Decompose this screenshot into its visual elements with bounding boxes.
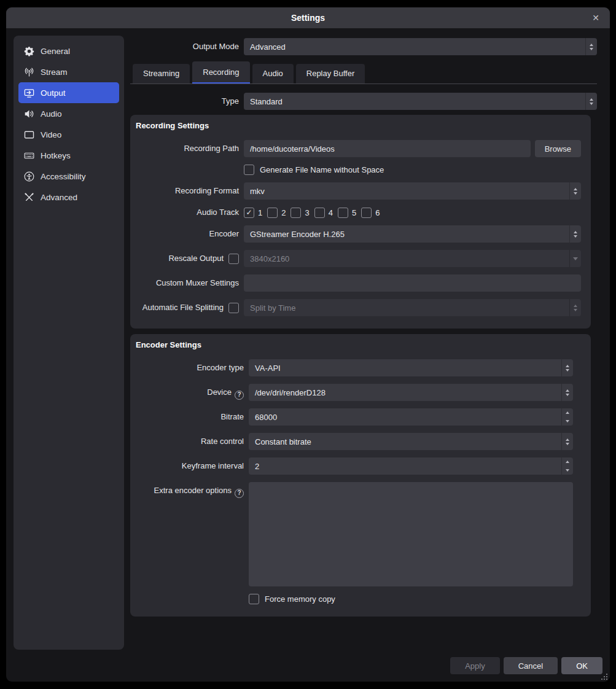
- recording-format-select[interactable]: mkv: [244, 182, 581, 200]
- file-splitting-checkbox[interactable]: ✓: [228, 303, 239, 313]
- recording-format-value: mkv: [244, 187, 569, 196]
- audio-track-5-checkbox[interactable]: ✓: [338, 208, 348, 218]
- force-memory-row: ✓ Force memory copy: [130, 594, 586, 604]
- spinner-arrows-icon[interactable]: [561, 408, 573, 426]
- resize-grip[interactable]: [600, 672, 608, 680]
- stream-icon: [24, 67, 34, 77]
- sidebar-item-hotkeys[interactable]: Hotkeys: [18, 145, 119, 166]
- recording-path-input[interactable]: [244, 140, 531, 157]
- spinner-arrows-icon[interactable]: [561, 359, 573, 376]
- browse-button[interactable]: Browse: [535, 140, 581, 157]
- sidebar-item-label: General: [41, 47, 70, 56]
- encoder-select[interactable]: GStreamer Encoder H.265: [244, 225, 581, 243]
- force-memory-checkbox[interactable]: ✓: [249, 594, 259, 604]
- accessibility-icon: [24, 171, 34, 182]
- sidebar-item-label: Hotkeys: [41, 151, 71, 160]
- audio-track-2: ✓ 2: [267, 208, 286, 218]
- output-mode-row: Output Mode Advanced: [130, 38, 597, 55]
- rate-control-select[interactable]: Constant bitrate: [249, 433, 573, 450]
- encoder-settings-title: Encoder Settings: [136, 340, 586, 349]
- output-mode-select[interactable]: Advanced: [244, 38, 597, 55]
- spinner-arrows-icon[interactable]: [569, 299, 581, 316]
- spinner-arrows-icon[interactable]: [569, 182, 581, 200]
- spinner-arrows-icon[interactable]: [561, 457, 573, 475]
- ok-button[interactable]: OK: [561, 657, 602, 674]
- chevron-down-icon[interactable]: [569, 250, 581, 267]
- spinner-arrows-icon[interactable]: [585, 38, 597, 55]
- spinner-arrows-icon[interactable]: [561, 433, 573, 450]
- no-space-row: ✓ Generate File Name without Space: [130, 165, 586, 175]
- force-memory-checkbox-label: Force memory copy: [265, 594, 335, 604]
- sidebar-item-video[interactable]: Video: [18, 124, 119, 145]
- sidebar-item-label: Accessibility: [41, 172, 86, 181]
- audio-track-6-label: 6: [375, 208, 380, 217]
- type-row: Type Standard: [130, 93, 597, 110]
- encoder-type-select[interactable]: VA-API: [249, 359, 573, 376]
- tab-streaming[interactable]: Streaming: [133, 64, 190, 84]
- audio-track-4-checkbox[interactable]: ✓: [314, 208, 325, 218]
- tab-recording[interactable]: Recording: [192, 61, 249, 84]
- file-splitting-label: Automatic File Splitting: [130, 299, 228, 316]
- sidebar-item-advanced[interactable]: Advanced: [18, 187, 119, 208]
- audio-track-6-checkbox[interactable]: ✓: [361, 208, 372, 218]
- audio-track-4-label: 4: [329, 208, 333, 217]
- rate-control-value: Constant bitrate: [249, 437, 561, 446]
- audio-track-1: ✓ 1: [244, 208, 262, 218]
- audio-track-row: Audio Track ✓ 1 ✓ 2 ✓ 3: [130, 207, 586, 218]
- help-icon[interactable]: ?: [235, 489, 244, 498]
- file-splitting-select[interactable]: Split by Time: [244, 299, 581, 316]
- sidebar-item-stream[interactable]: Stream: [18, 61, 119, 82]
- apply-button[interactable]: Apply: [450, 657, 500, 674]
- rescale-output-value: 3840x2160: [244, 254, 569, 263]
- cancel-button[interactable]: Cancel: [504, 657, 558, 674]
- audio-track-3-checkbox[interactable]: ✓: [290, 208, 301, 218]
- extra-options-row: Extra encoder options?: [130, 482, 586, 586]
- encoder-row: Encoder GStreamer Encoder H.265: [130, 225, 586, 243]
- close-icon: ✕: [592, 13, 599, 23]
- sidebar-item-label: Advanced: [41, 193, 77, 202]
- dialog-footer: Apply Cancel OK: [450, 657, 602, 674]
- gear-icon: [24, 46, 34, 56]
- tab-replay-buffer[interactable]: Replay Buffer: [296, 64, 365, 84]
- recording-settings-panel: Recording Settings Recording Path Browse…: [130, 115, 591, 329]
- sidebar: General Stream Output Audio Video Hotkey…: [14, 36, 124, 650]
- sidebar-item-accessibility[interactable]: Accessibility: [18, 166, 119, 187]
- device-label: Device?: [130, 384, 249, 401]
- type-select[interactable]: Standard: [244, 93, 597, 110]
- audio-track-2-checkbox[interactable]: ✓: [267, 208, 278, 218]
- audio-track-1-checkbox[interactable]: ✓: [244, 208, 254, 218]
- keyframe-interval-label: Keyframe interval: [130, 457, 249, 475]
- sidebar-item-output[interactable]: Output: [18, 82, 119, 103]
- bitrate-spinbox[interactable]: [249, 408, 573, 426]
- type-label: Type: [130, 93, 244, 110]
- audio-track-3: ✓ 3: [290, 208, 309, 218]
- bitrate-input[interactable]: [249, 408, 561, 426]
- device-value: /dev/dri/renderD128: [249, 388, 561, 397]
- keyframe-interval-spinbox[interactable]: [249, 457, 573, 475]
- rescale-output-select[interactable]: 3840x2160: [244, 250, 581, 267]
- audio-track-6: ✓ 6: [361, 208, 380, 218]
- spinner-arrows-icon[interactable]: [585, 93, 597, 110]
- help-icon[interactable]: ?: [235, 391, 244, 400]
- close-button[interactable]: ✕: [587, 7, 605, 28]
- spinner-arrows-icon[interactable]: [561, 384, 573, 401]
- spinner-arrows-icon[interactable]: [569, 225, 581, 243]
- rescale-output-checkbox[interactable]: ✓: [228, 254, 239, 264]
- recording-format-label: Recording Format: [130, 182, 244, 200]
- keyframe-interval-input[interactable]: [249, 457, 561, 475]
- sidebar-item-audio[interactable]: Audio: [18, 103, 119, 124]
- tab-audio[interactable]: Audio: [252, 64, 294, 84]
- audio-track-label: Audio Track: [130, 207, 244, 218]
- custom-muxer-input[interactable]: [244, 274, 581, 292]
- output-icon: [24, 88, 34, 98]
- custom-muxer-label: Custom Muxer Settings: [130, 274, 244, 292]
- titlebar[interactable]: Settings ✕: [6, 7, 610, 28]
- extra-options-input[interactable]: [249, 482, 573, 586]
- no-space-checkbox-label: Generate File Name without Space: [260, 165, 384, 174]
- extra-options-label: Extra encoder options?: [130, 482, 249, 499]
- device-select[interactable]: /dev/dri/renderD128: [249, 384, 573, 401]
- sidebar-item-general[interactable]: General: [18, 41, 119, 61]
- no-space-checkbox[interactable]: ✓: [244, 165, 254, 175]
- settings-window: Settings ✕ General Stream Output Audio: [6, 7, 610, 682]
- device-label-text: Device: [207, 387, 232, 397]
